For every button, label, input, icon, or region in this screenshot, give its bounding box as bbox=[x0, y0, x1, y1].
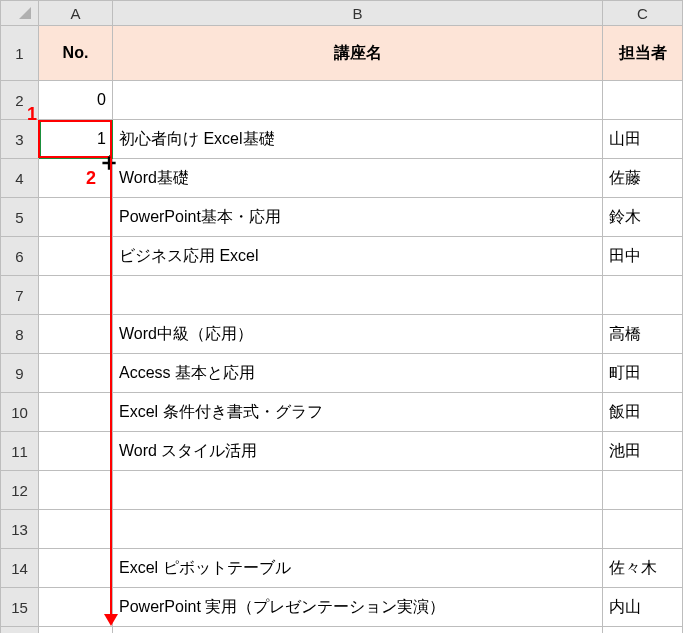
column-header-a[interactable]: A bbox=[39, 1, 113, 26]
cell[interactable]: 池田 bbox=[603, 432, 683, 471]
cell[interactable]: 講座名 bbox=[113, 26, 603, 81]
cell[interactable] bbox=[39, 549, 113, 588]
cell[interactable] bbox=[603, 81, 683, 120]
cell[interactable]: 高橋 bbox=[603, 315, 683, 354]
cell[interactable]: 0 bbox=[39, 81, 113, 120]
cell-selected[interactable]: 1 bbox=[39, 120, 113, 159]
select-all-corner[interactable] bbox=[1, 1, 39, 26]
cell[interactable]: Excel 条件付き書式・グラフ bbox=[113, 393, 603, 432]
row-header[interactable]: 10 bbox=[1, 393, 39, 432]
row-header[interactable]: 5 bbox=[1, 198, 39, 237]
cell[interactable]: 佐々木 bbox=[603, 549, 683, 588]
row-header[interactable]: 3 bbox=[1, 120, 39, 159]
svg-marker-0 bbox=[19, 7, 31, 19]
row-header[interactable]: 11 bbox=[1, 432, 39, 471]
cell[interactable]: 内山 bbox=[603, 588, 683, 627]
cell[interactable] bbox=[603, 471, 683, 510]
cell[interactable]: No. bbox=[39, 26, 113, 81]
row-header[interactable]: 6 bbox=[1, 237, 39, 276]
cell[interactable] bbox=[39, 432, 113, 471]
cell[interactable]: 町田 bbox=[603, 354, 683, 393]
cell[interactable]: 佐藤 bbox=[603, 159, 683, 198]
row-header[interactable]: 7 bbox=[1, 276, 39, 315]
spreadsheet-grid[interactable]: A B C 1 No. 講座名 担当者 2 0 3 1 初心者向け Excel基… bbox=[0, 0, 683, 633]
cell[interactable]: 担当者 bbox=[603, 26, 683, 81]
cell[interactable]: Access 基本と応用 bbox=[113, 354, 603, 393]
cell[interactable]: 飯田 bbox=[603, 393, 683, 432]
column-header-c[interactable]: C bbox=[603, 1, 683, 26]
cell[interactable] bbox=[603, 510, 683, 549]
cell[interactable]: PowerPoint 実用（プレゼンテーション実演） bbox=[113, 588, 603, 627]
cell[interactable] bbox=[39, 471, 113, 510]
cell[interactable]: 横山 bbox=[603, 627, 683, 634]
cell[interactable] bbox=[39, 315, 113, 354]
cell[interactable]: Word中級（応用） bbox=[113, 315, 603, 354]
row-header[interactable]: 2 bbox=[1, 81, 39, 120]
cell[interactable]: 鈴木 bbox=[603, 198, 683, 237]
row-header[interactable]: 13 bbox=[1, 510, 39, 549]
cell[interactable] bbox=[39, 588, 113, 627]
row-header[interactable]: 16 bbox=[1, 627, 39, 634]
row-header[interactable]: 8 bbox=[1, 315, 39, 354]
cell[interactable]: 田中 bbox=[603, 237, 683, 276]
cell[interactable] bbox=[39, 393, 113, 432]
cell[interactable]: ビジネス応用 Excel bbox=[113, 237, 603, 276]
cell[interactable] bbox=[39, 354, 113, 393]
row-header[interactable]: 9 bbox=[1, 354, 39, 393]
row-header[interactable]: 15 bbox=[1, 588, 39, 627]
cell[interactable] bbox=[39, 237, 113, 276]
row-header[interactable]: 14 bbox=[1, 549, 39, 588]
cell[interactable]: 山田 bbox=[603, 120, 683, 159]
cell[interactable]: Excel 上級（マクロ） bbox=[113, 627, 603, 634]
cell[interactable] bbox=[39, 198, 113, 237]
row-header[interactable]: 1 bbox=[1, 26, 39, 81]
cell[interactable] bbox=[113, 471, 603, 510]
cell[interactable] bbox=[39, 276, 113, 315]
cell[interactable]: 初心者向け Excel基礎 bbox=[113, 120, 603, 159]
cell[interactable]: Word スタイル活用 bbox=[113, 432, 603, 471]
cell[interactable]: Excel ピボットテーブル bbox=[113, 549, 603, 588]
cell[interactable]: PowerPoint基本・応用 bbox=[113, 198, 603, 237]
row-header[interactable]: 4 bbox=[1, 159, 39, 198]
cell[interactable]: Word基礎 bbox=[113, 159, 603, 198]
cell[interactable] bbox=[39, 627, 113, 634]
row-header[interactable]: 12 bbox=[1, 471, 39, 510]
cell[interactable] bbox=[113, 81, 603, 120]
cell[interactable] bbox=[39, 510, 113, 549]
cell[interactable] bbox=[113, 510, 603, 549]
cell[interactable] bbox=[39, 159, 113, 198]
cell[interactable] bbox=[113, 276, 603, 315]
cell[interactable] bbox=[603, 276, 683, 315]
column-header-b[interactable]: B bbox=[113, 1, 603, 26]
